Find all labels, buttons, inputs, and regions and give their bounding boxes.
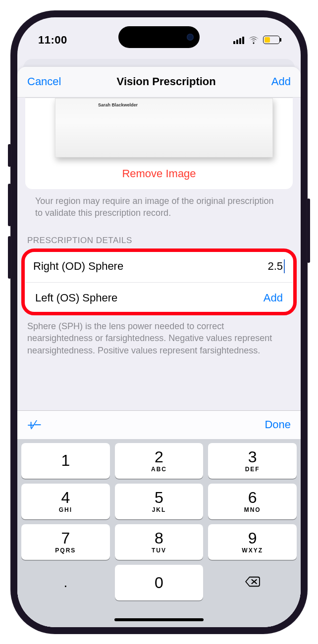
sphere-footnote: Sphere (SPH) is the lens power needed to…: [17, 313, 301, 356]
key-8[interactable]: 8TUV: [115, 524, 204, 560]
key-backspace[interactable]: [208, 565, 297, 600]
prescription-image-name: Sarah Blackwelder: [98, 102, 138, 107]
left-os-sphere-row[interactable]: Left (OS) Sphere Add: [25, 282, 293, 313]
backspace-icon: [244, 575, 261, 590]
key-2[interactable]: 2ABC: [115, 443, 204, 479]
volume-up-button: [8, 184, 11, 226]
key-9[interactable]: 9WXYZ: [208, 524, 297, 560]
right-od-sphere-row[interactable]: Right (OD) Sphere 2.5: [23, 250, 295, 282]
section-header-prescription-details: PRESCRIPTION DETAILS: [17, 219, 301, 250]
page-title: Vision Prescription: [117, 75, 216, 88]
key-4[interactable]: 4GHI: [21, 484, 110, 519]
key-6[interactable]: 6MNO: [208, 484, 297, 519]
key-7[interactable]: 7PQRS: [21, 524, 110, 560]
key-0[interactable]: 0: [115, 565, 204, 600]
key-1[interactable]: 1: [21, 443, 110, 479]
nav-bar: Cancel Vision Prescription Add: [17, 67, 301, 98]
volume-down-button: [8, 236, 11, 279]
done-button[interactable]: Done: [265, 418, 291, 431]
status-time: 11:00: [38, 34, 67, 47]
text-cursor: [284, 259, 285, 273]
prescription-image-card: Sarah Blackwelder Remove Image: [25, 98, 293, 189]
key-5[interactable]: 5JKL: [115, 484, 204, 519]
power-button: [307, 198, 310, 263]
image-footnote: Your region may require an image of the …: [25, 189, 293, 219]
left-os-sphere-add-button[interactable]: Add: [264, 292, 283, 304]
iphone-frame: 11:00 Cancel Vision Prescription Add: [10, 10, 308, 634]
plus-minus-button[interactable]: +⁄−: [27, 417, 40, 433]
cellular-icon: [233, 36, 244, 44]
prescription-image-preview[interactable]: Sarah Blackwelder: [55, 98, 273, 157]
add-button[interactable]: Add: [271, 75, 291, 88]
sphere-rows: Right (OD) Sphere 2.5 Left (OS) Sphere A…: [23, 250, 295, 313]
side-button: [8, 144, 11, 167]
keyboard-accessory: +⁄− Done: [17, 410, 301, 439]
keyboard: +⁄− Done 1 2ABC 3DEF 4GHI 5JKL: [17, 410, 301, 627]
key-decimal[interactable]: .: [21, 565, 110, 600]
left-os-sphere-label: Left (OS) Sphere: [35, 292, 117, 304]
remove-image-button[interactable]: Remove Image: [25, 157, 293, 189]
key-3[interactable]: 3DEF: [208, 443, 297, 479]
right-od-sphere-value[interactable]: 2.5: [267, 259, 285, 273]
right-od-sphere-label: Right (OD) Sphere: [33, 260, 123, 273]
cancel-button[interactable]: Cancel: [27, 75, 61, 88]
home-indicator[interactable]: [17, 603, 301, 627]
wifi-icon: [248, 36, 259, 45]
battery-icon: [263, 36, 280, 44]
modal-sheet: Cancel Vision Prescription Add Sarah Bla…: [17, 67, 301, 627]
dynamic-island: [118, 26, 200, 48]
